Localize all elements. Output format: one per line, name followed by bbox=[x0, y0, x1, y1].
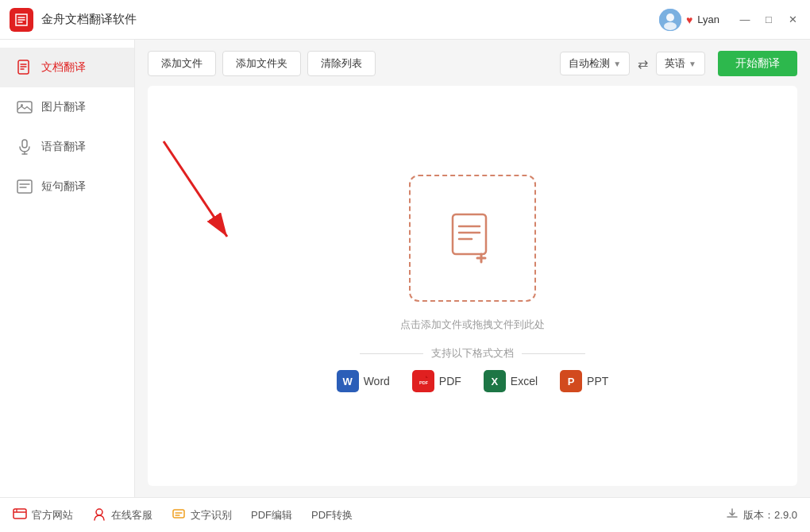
excel-badge: X bbox=[484, 370, 506, 392]
sidebar-label-doc: 文档翻译 bbox=[41, 60, 86, 75]
close-button[interactable]: ✕ bbox=[785, 12, 800, 28]
toolbar: 添加文件 添加文件夹 清除列表 自动检测 ▼ ⇄ 英语 ▼ 开始翻译 bbox=[148, 51, 797, 76]
vip-icon: ♥ bbox=[686, 13, 692, 26]
ppt-label: PPT bbox=[587, 375, 608, 387]
pdf-convert-item[interactable]: PDF转换 bbox=[311, 508, 353, 522]
restore-button[interactable]: □ bbox=[761, 12, 777, 28]
avatar bbox=[659, 9, 681, 31]
bottombar: 官方网站 在线客服 文字识别 PDF编辑 PDF转换 bbox=[0, 497, 810, 532]
sidebar-item-img[interactable]: 图片翻译 bbox=[0, 87, 134, 127]
app-title: 金舟文档翻译软件 bbox=[41, 12, 659, 27]
voice-icon bbox=[16, 138, 33, 156]
red-arrow bbox=[148, 125, 243, 253]
official-site-icon bbox=[13, 507, 27, 524]
source-lang-arrow: ▼ bbox=[613, 60, 621, 68]
format-pdf: PDF PDF bbox=[412, 370, 461, 392]
source-lang-label: 自动检测 bbox=[569, 56, 610, 71]
drop-zone-wrapper: 点击添加文件或拖拽文件到此处 支持以下格式文档 W Word PD bbox=[148, 86, 797, 486]
target-lang-dropdown[interactable]: 英语 ▼ bbox=[656, 52, 705, 75]
version-info: 版本：2.9.0 bbox=[726, 507, 797, 522]
target-lang-arrow: ▼ bbox=[688, 60, 696, 68]
svg-rect-6 bbox=[22, 140, 27, 148]
pdf-label: PDF bbox=[439, 375, 461, 387]
svg-text:PDF: PDF bbox=[419, 380, 429, 385]
target-lang-label: 英语 bbox=[665, 56, 685, 71]
lang-selector: 自动检测 ▼ ⇄ 英语 ▼ 开始翻译 bbox=[560, 51, 797, 76]
svg-point-1 bbox=[666, 13, 674, 21]
excel-label: Excel bbox=[511, 375, 538, 387]
sidebar-item-short[interactable]: 短句翻译 bbox=[0, 167, 134, 206]
svg-point-2 bbox=[664, 22, 677, 30]
content-area: 添加文件 添加文件夹 清除列表 自动检测 ▼ ⇄ 英语 ▼ 开始翻译 bbox=[135, 40, 810, 497]
pdf-edit-label: PDF编辑 bbox=[251, 508, 292, 522]
online-support-item[interactable]: 在线客服 bbox=[92, 507, 152, 524]
img-icon bbox=[16, 98, 33, 116]
ocr-item[interactable]: 文字识别 bbox=[172, 507, 232, 524]
add-file-button[interactable]: 添加文件 bbox=[148, 51, 216, 76]
ppt-badge: P bbox=[560, 370, 582, 392]
sidebar-label-img: 图片翻译 bbox=[41, 100, 86, 114]
format-word: W Word bbox=[337, 370, 390, 392]
drop-zone-box[interactable] bbox=[409, 175, 536, 302]
online-support-icon bbox=[92, 507, 106, 524]
svg-point-5 bbox=[21, 104, 23, 106]
online-support-label: 在线客服 bbox=[111, 508, 152, 522]
official-site-label: 官方网站 bbox=[32, 508, 73, 522]
titlebar: 金舟文档翻译软件 ♥ Lyan — □ ✕ bbox=[0, 0, 810, 40]
svg-rect-15 bbox=[14, 509, 26, 519]
short-icon bbox=[16, 178, 33, 195]
sidebar-item-doc[interactable]: 文档翻译 bbox=[0, 48, 134, 87]
start-translate-button[interactable]: 开始翻译 bbox=[718, 51, 797, 76]
sidebar-item-voice[interactable]: 语音翻译 bbox=[0, 127, 134, 167]
doc-icon bbox=[16, 59, 33, 76]
sidebar-label-short: 短句翻译 bbox=[41, 179, 86, 194]
minimize-button[interactable]: — bbox=[737, 12, 753, 28]
titlebar-right: ♥ Lyan — □ ✕ bbox=[659, 9, 800, 31]
swap-lang-button[interactable]: ⇄ bbox=[634, 53, 651, 75]
window-controls: — □ ✕ bbox=[737, 12, 800, 28]
svg-rect-4 bbox=[17, 102, 32, 113]
word-badge: W bbox=[337, 370, 359, 392]
version-label: 版本：2.9.0 bbox=[743, 508, 797, 522]
add-folder-button[interactable]: 添加文件夹 bbox=[222, 51, 301, 76]
svg-rect-9 bbox=[17, 180, 32, 193]
user-info: ♥ Lyan bbox=[659, 9, 719, 31]
user-name: Lyan bbox=[697, 13, 719, 25]
format-excel: X Excel bbox=[484, 370, 538, 392]
format-ppt: P PPT bbox=[560, 370, 608, 392]
ocr-icon bbox=[172, 507, 186, 524]
drop-zone-icon bbox=[445, 210, 500, 266]
word-label: Word bbox=[364, 375, 390, 387]
pdf-badge: PDF bbox=[412, 370, 434, 392]
sidebar: 文档翻译 图片翻译 语音翻译 bbox=[0, 40, 135, 497]
official-site-item[interactable]: 官方网站 bbox=[13, 507, 73, 524]
source-lang-dropdown[interactable]: 自动检测 ▼ bbox=[560, 52, 630, 75]
formats-title: 支持以下格式文档 bbox=[360, 346, 585, 360]
svg-rect-11 bbox=[453, 214, 486, 254]
pdf-edit-item[interactable]: PDF编辑 bbox=[251, 508, 292, 522]
drop-zone-hint: 点击添加文件或拖拽文件到此处 bbox=[400, 318, 545, 332]
svg-point-16 bbox=[96, 509, 102, 515]
svg-rect-17 bbox=[173, 510, 184, 518]
sidebar-label-voice: 语音翻译 bbox=[41, 140, 86, 154]
ocr-label: 文字识别 bbox=[191, 508, 232, 522]
app-logo bbox=[10, 8, 33, 32]
download-icon bbox=[726, 507, 739, 522]
pdf-convert-label: PDF转换 bbox=[311, 508, 353, 522]
clear-list-button[interactable]: 清除列表 bbox=[307, 51, 376, 76]
formats-icons: W Word PDF PDF bbox=[337, 370, 609, 392]
main-layout: 文档翻译 图片翻译 语音翻译 bbox=[0, 40, 810, 497]
formats-section: 支持以下格式文档 W Word PDF bbox=[337, 332, 609, 398]
